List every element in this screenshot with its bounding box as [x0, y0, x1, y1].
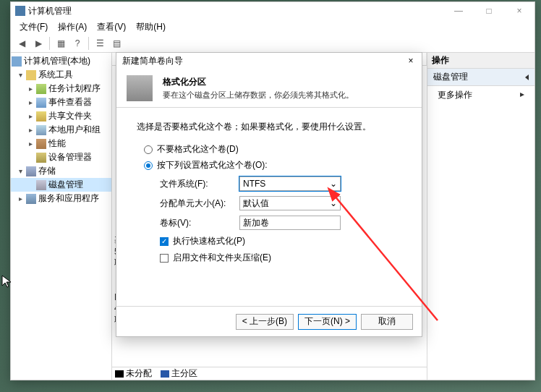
minimize-button[interactable]: — [443, 2, 474, 20]
radio-format-with-settings[interactable]: 按下列设置格式化这个卷(O): [144, 159, 401, 171]
wizard-title: 新建简单卷向导 [122, 55, 183, 67]
tree-event-viewer[interactable]: ▸ 事件查看器 [11, 95, 111, 109]
actions-group-disk[interactable]: 磁盘管理 [427, 69, 534, 86]
legend-unallocated: 未分配 [115, 367, 152, 380]
menu-action[interactable]: 操作(A) [54, 20, 91, 35]
titlebar: 计算机管理 — □ × [11, 2, 534, 20]
chevron-right-icon: ▸ [520, 89, 524, 101]
tree-system-tools[interactable]: ▾ 系统工具 [11, 68, 111, 82]
user-icon [36, 125, 46, 135]
actions-header: 操作 [427, 53, 534, 69]
back-button[interactable]: < 上一步(B) [236, 314, 294, 330]
legend: 未分配 主分区 [112, 367, 427, 380]
collapse-icon[interactable]: ▾ [17, 167, 24, 175]
tree-task-scheduler[interactable]: ▸ 任务计划程序 [11, 82, 111, 95]
actions-panel: 操作 磁盘管理 更多操作 ▸ [427, 53, 534, 380]
triangle-icon [525, 74, 529, 80]
tree-label: 计算机管理(本地) [24, 55, 90, 67]
checkbox-checked-icon: ✓ [160, 237, 169, 246]
menu-view[interactable]: 查看(V) [93, 20, 130, 35]
new-simple-volume-wizard: 新建简单卷向导 × 格式化分区 要在这个磁盘分区上储存数据，你必须先将其格式化。… [116, 52, 422, 337]
volume-label-input[interactable]: 新加卷 [239, 216, 341, 230]
expand-icon[interactable]: ▸ [27, 85, 34, 93]
filesystem-select[interactable]: NTFS ⌄ [239, 176, 341, 191]
perf-icon [36, 139, 46, 149]
folder-icon [26, 70, 36, 80]
tree-device-manager[interactable]: 设备管理器 [11, 150, 111, 164]
view-top-button[interactable]: ☰ [92, 35, 108, 51]
tree-label: 本地用户和组 [48, 124, 101, 136]
tree-label: 共享文件夹 [48, 110, 92, 122]
chevron-down-icon: ⌄ [330, 179, 337, 189]
chevron-down-icon: ⌄ [330, 198, 337, 208]
tree-storage[interactable]: ▾ 存储 [11, 164, 111, 178]
close-button[interactable]: × [504, 2, 534, 20]
checkbox-compression[interactable]: 启用文件和文件夹压缩(E) [160, 252, 401, 264]
tree-label: 设备管理器 [48, 151, 92, 163]
expand-icon[interactable]: ▸ [27, 140, 34, 148]
checkbox-icon [160, 254, 169, 263]
menu-help[interactable]: 帮助(H) [132, 20, 170, 35]
computer-icon [12, 56, 22, 67]
radio-do-not-format[interactable]: 不要格式化这个卷(D) [144, 143, 401, 155]
disk-icon [127, 75, 153, 101]
tree-label: 事件查看器 [48, 96, 92, 108]
wizard-instruction: 选择是否要格式化这个卷；如果要格式化，要使用什么设置。 [137, 121, 401, 133]
radio-icon [144, 145, 153, 154]
storage-icon [26, 166, 36, 176]
wizard-section-title: 格式化分区 [163, 76, 354, 88]
disk-icon [36, 180, 46, 190]
services-icon [26, 194, 36, 204]
device-icon [36, 153, 46, 163]
label-filesystem: 文件系统(F): [160, 178, 239, 190]
cancel-button[interactable]: 取消 [361, 314, 413, 330]
forward-button[interactable]: ▶ [30, 35, 46, 51]
tree-local-users[interactable]: ▸ 本地用户和组 [11, 123, 111, 137]
allocation-select[interactable]: 默认值 ⌄ [239, 196, 341, 210]
legend-primary: 主分区 [161, 367, 197, 380]
tree-panel: 计算机管理(本地) ▾ 系统工具 ▸ 任务计划程序 ▸ 事件查看器 ▸ 共享文件… [11, 53, 112, 380]
expand-icon[interactable]: ▸ [27, 98, 34, 106]
tree-label: 任务计划程序 [48, 82, 101, 95]
expand-icon[interactable]: ▸ [17, 195, 24, 203]
menubar: 文件(F) 操作(A) 查看(V) 帮助(H) [11, 20, 534, 34]
event-icon [36, 98, 46, 108]
view-bottom-button[interactable]: ▤ [108, 35, 124, 51]
task-icon [36, 84, 46, 94]
tree-label: 系统工具 [38, 69, 73, 81]
actions-more[interactable]: 更多操作 ▸ [427, 86, 534, 104]
label-allocation: 分配单元大小(A): [160, 197, 239, 210]
tree-root[interactable]: 计算机管理(本地) [11, 54, 111, 68]
back-button[interactable]: ◀ [14, 35, 30, 51]
show-hide-tree-button[interactable]: ▦ [53, 35, 69, 51]
maximize-button[interactable]: □ [474, 2, 504, 20]
window-title: 计算机管理 [28, 5, 72, 17]
next-button[interactable]: 下一页(N) > [298, 314, 357, 330]
help-button[interactable]: ? [69, 35, 85, 51]
expand-icon[interactable]: ▸ [27, 112, 34, 120]
tree-services-apps[interactable]: ▸ 服务和应用程序 [11, 192, 111, 205]
tree-label: 磁盘管理 [48, 179, 83, 191]
tree-label: 服务和应用程序 [38, 192, 99, 205]
app-icon [15, 6, 25, 16]
label-volume-label: 卷标(V): [160, 217, 239, 229]
tree-performance[interactable]: ▸ 性能 [11, 137, 111, 150]
wizard-close-button[interactable]: × [404, 54, 417, 67]
radio-checked-icon [144, 161, 153, 170]
menu-file[interactable]: 文件(F) [15, 20, 52, 35]
toolbar: ◀ ▶ ▦ ? ☰ ▤ [11, 34, 534, 53]
cursor-icon [1, 275, 13, 289]
share-icon [36, 111, 46, 122]
wizard-section-subtitle: 要在这个磁盘分区上储存数据，你必须先将其格式化。 [163, 90, 354, 101]
tree-label: 性能 [48, 137, 66, 150]
checkbox-quick-format[interactable]: ✓ 执行快速格式化(P) [160, 235, 401, 247]
collapse-icon[interactable]: ▾ [17, 71, 24, 79]
expand-icon[interactable]: ▸ [27, 126, 34, 134]
tree-disk-management[interactable]: 磁盘管理 [11, 178, 111, 192]
tree-label: 存储 [38, 165, 56, 177]
tree-shared-folders[interactable]: ▸ 共享文件夹 [11, 109, 111, 123]
